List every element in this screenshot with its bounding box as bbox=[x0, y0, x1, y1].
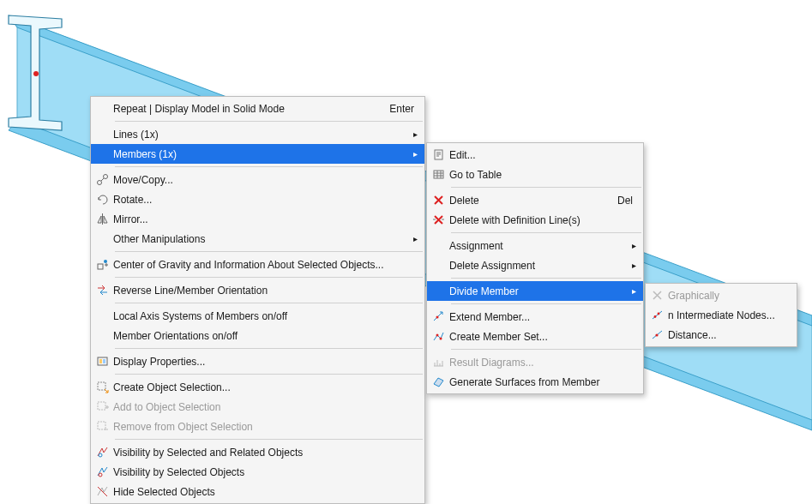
svg-rect-14 bbox=[98, 422, 105, 429]
separator bbox=[115, 439, 423, 440]
menu-item-assignment[interactable]: Assignment bbox=[427, 236, 643, 255]
graphically-icon bbox=[646, 289, 668, 302]
submenu-members: Edit... Go to Table Delete Del Delete wi… bbox=[426, 142, 644, 394]
menu-item-display-properties[interactable]: Display Properties... bbox=[91, 351, 424, 371]
distance-icon bbox=[646, 328, 668, 341]
extend-icon bbox=[427, 310, 449, 323]
reverse-icon bbox=[91, 284, 113, 297]
menu-item-create-object-selection[interactable]: Create Object Selection... bbox=[91, 377, 424, 397]
separator bbox=[451, 349, 641, 350]
menu-item-add-to-selection: Add to Object Selection bbox=[91, 397, 424, 417]
menu-item-delete-assignment[interactable]: Delete Assignment bbox=[427, 255, 643, 275]
menu-item-visibility-related[interactable]: Visibility by Selected and Related Objec… bbox=[91, 442, 424, 462]
delete-icon bbox=[427, 194, 449, 207]
hide-icon bbox=[91, 485, 113, 498]
menu-item-distance[interactable]: Distance... bbox=[646, 325, 797, 345]
menu-item-center-of-gravity[interactable]: Center of Gravity and Information About … bbox=[91, 255, 424, 274]
edit-icon bbox=[427, 148, 449, 161]
separator bbox=[115, 277, 423, 278]
svg-rect-10 bbox=[99, 359, 102, 363]
menu-item-extend-member[interactable]: Extend Member... bbox=[427, 307, 643, 327]
menu-item-reverse-orientation[interactable]: Reverse Line/Member Orientation bbox=[91, 280, 424, 300]
separator bbox=[115, 166, 423, 167]
submenu-arrow-icon bbox=[629, 287, 638, 296]
separator bbox=[115, 348, 423, 349]
menu-item-member-orientations[interactable]: Member Orientations on/off bbox=[91, 326, 424, 345]
svg-point-23 bbox=[657, 313, 659, 315]
table-icon bbox=[427, 168, 449, 181]
svg-rect-18 bbox=[434, 171, 443, 178]
move-copy-icon bbox=[91, 173, 113, 186]
create-selection-icon bbox=[91, 381, 113, 393]
result-diagrams-icon bbox=[427, 356, 449, 369]
svg-point-6 bbox=[103, 175, 107, 179]
info-icon bbox=[91, 258, 113, 271]
menu-item-result-diagrams: Result Diagrams... bbox=[427, 352, 643, 372]
menu-item-local-axis[interactable]: Local Axis Systems of Members on/off bbox=[91, 306, 424, 326]
member-set-icon bbox=[427, 330, 449, 343]
menu-item-move-copy[interactable]: Move/Copy... bbox=[91, 170, 424, 189]
svg-rect-7 bbox=[98, 264, 103, 269]
svg-point-5 bbox=[97, 181, 101, 185]
menu-item-members[interactable]: Members (1x) bbox=[91, 144, 424, 164]
svg-point-21 bbox=[439, 338, 442, 340]
menu-item-create-member-set[interactable]: Create Member Set... bbox=[427, 327, 643, 346]
separator bbox=[115, 374, 423, 375]
svg-point-22 bbox=[653, 315, 656, 318]
visibility-selected-icon bbox=[91, 465, 113, 478]
mirror-icon bbox=[91, 213, 113, 225]
menu-item-lines[interactable]: Lines (1x) bbox=[91, 124, 424, 144]
visibility-related-icon bbox=[91, 446, 113, 459]
menu-item-divide-member[interactable]: Divide Member bbox=[427, 281, 643, 301]
submenu-arrow-icon bbox=[411, 150, 419, 159]
svg-rect-13 bbox=[98, 402, 105, 410]
svg-point-15 bbox=[99, 453, 102, 457]
separator bbox=[451, 303, 641, 304]
generate-surfaces-icon bbox=[427, 375, 449, 388]
nodes-icon bbox=[646, 309, 668, 321]
menu-item-edit[interactable]: Edit... bbox=[427, 145, 643, 165]
submenu-arrow-icon bbox=[411, 130, 419, 139]
submenu-arrow-icon bbox=[629, 242, 638, 250]
menu-item-graphically: Graphically bbox=[646, 285, 797, 305]
separator bbox=[115, 303, 423, 303]
svg-point-24 bbox=[655, 333, 658, 336]
separator bbox=[115, 251, 423, 252]
menu-item-repeat[interactable]: Repeat | Display Model in Solid Mode Ent… bbox=[91, 99, 424, 118]
svg-rect-11 bbox=[103, 359, 105, 363]
menu-item-rotate[interactable]: Rotate... bbox=[91, 189, 424, 209]
menu-item-delete-with-definition[interactable]: Delete with Definition Line(s) bbox=[427, 210, 643, 230]
context-menu-main: Repeat | Display Model in Solid Mode Ent… bbox=[90, 96, 425, 504]
separator bbox=[451, 187, 641, 188]
menu-item-n-intermediate-nodes[interactable]: n Intermediate Nodes... bbox=[646, 305, 797, 325]
menu-item-generate-surfaces[interactable]: Generate Surfaces from Member bbox=[427, 372, 643, 392]
menu-item-other-manipulations[interactable]: Other Manipulations bbox=[91, 229, 424, 249]
menu-item-visibility-selected[interactable]: Visibility by Selected Objects bbox=[91, 462, 424, 482]
remove-selection-icon bbox=[91, 420, 113, 433]
submenu-arrow-icon bbox=[411, 235, 419, 243]
svg-point-16 bbox=[99, 473, 102, 477]
svg-rect-12 bbox=[98, 382, 105, 390]
svg-point-8 bbox=[104, 260, 107, 263]
menu-item-delete[interactable]: Delete Del bbox=[427, 190, 643, 210]
separator bbox=[451, 232, 641, 233]
svg-rect-9 bbox=[98, 357, 107, 365]
menu-item-go-to-table[interactable]: Go to Table bbox=[427, 165, 643, 184]
rotate-icon bbox=[91, 193, 113, 206]
separator bbox=[451, 278, 641, 279]
delete-lines-icon bbox=[427, 213, 449, 226]
submenu-arrow-icon bbox=[629, 261, 638, 270]
menu-item-mirror[interactable]: Mirror... bbox=[91, 209, 424, 229]
svg-point-19 bbox=[436, 316, 438, 319]
menu-item-remove-from-selection: Remove from Object Selection bbox=[91, 417, 424, 436]
display-properties-icon bbox=[91, 355, 113, 368]
menu-item-hide-selected[interactable]: Hide Selected Objects bbox=[91, 482, 424, 501]
separator bbox=[115, 121, 423, 122]
add-selection-icon bbox=[91, 400, 113, 413]
svg-point-20 bbox=[436, 334, 438, 337]
svg-point-4 bbox=[33, 71, 39, 76]
submenu-divide-member: Graphically n Intermediate Nodes... Dist… bbox=[645, 283, 797, 347]
